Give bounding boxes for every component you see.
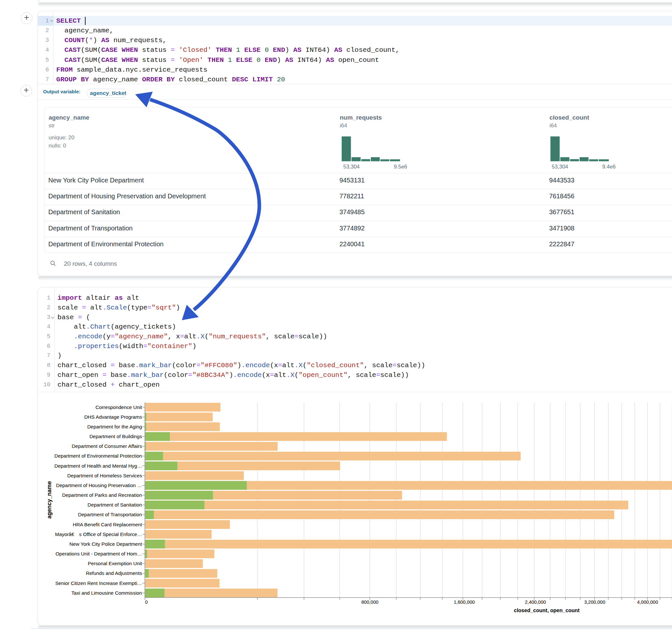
svg-text:Department of Transportation: Department of Transportation (78, 512, 142, 517)
svg-text:HRA Benefit Card Replacement: HRA Benefit Card Replacement (73, 522, 142, 527)
svg-text:800,000: 800,000 (361, 600, 379, 605)
svg-text:Department of Environmental Pr: Department of Environmental Protection (54, 453, 142, 459)
svg-text:Correspondence Unit: Correspondence Unit (95, 405, 142, 410)
svg-text:0: 0 (145, 600, 147, 605)
svg-text:1,600,000: 1,600,000 (454, 600, 475, 605)
svg-text:Senior Citizen Rent Increase E: Senior Citizen Rent Increase Exempti… (55, 580, 142, 586)
svg-text:Department of Parks and Recrea: Department of Parks and Recreation (62, 492, 142, 498)
svg-text:Taxi and Limousine Commission: Taxi and Limousine Commission (71, 590, 142, 596)
svg-text:New York City Police Departmen: New York City Police Department (69, 541, 142, 547)
svg-text:Department for the Aging: Department for the Aging (87, 424, 142, 429)
svg-text:Department of Buildings: Department of Buildings (90, 434, 142, 439)
svg-text:Department of Sanitation: Department of Sanitation (88, 502, 142, 508)
svg-text:Department of Housing Preserva: Department of Housing Preservation … (56, 483, 142, 488)
svg-text:agency_name: agency_name (46, 481, 52, 519)
svg-text:Department of Health and Menta: Department of Health and Mental Hyg… (54, 463, 142, 468)
svg-text:Refunds and Adjustments: Refunds and Adjustments (86, 571, 142, 576)
svg-text:DHS Advantage Programs: DHS Advantage Programs (84, 414, 142, 420)
svg-text:Operations Unit - Department o: Operations Unit - Department of Hom… (55, 551, 142, 556)
svg-text:closed_count, open_count: closed_count, open_count (514, 608, 580, 613)
svg-text:3,200,000: 3,200,000 (584, 600, 605, 605)
svg-text:Personal Exemption Unit: Personal Exemption Unit (88, 561, 142, 566)
svg-text:4,000,000: 4,000,000 (637, 600, 658, 605)
svg-text:Department of Homeless Service: Department of Homeless Services (67, 473, 142, 478)
svg-text:Department of Consumer Affairs: Department of Consumer Affairs (72, 443, 142, 449)
svg-text:2,400,000: 2,400,000 (525, 600, 546, 605)
svg-text:Mayorâ€ s Office of Special En: Mayorâ€ s Office of Special Enforce… (55, 532, 142, 537)
